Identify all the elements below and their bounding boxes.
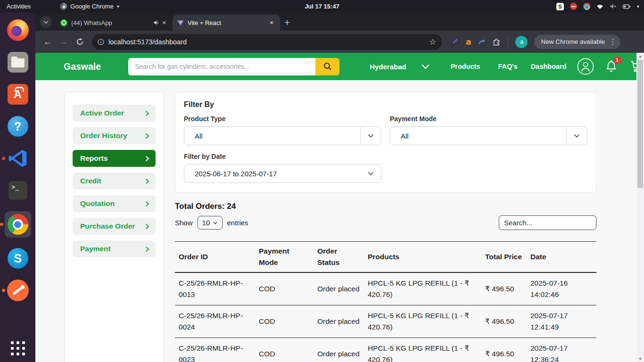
profile-avatar[interactable]: a	[515, 36, 528, 48]
forward-button[interactable]: →	[56, 34, 71, 49]
cell-total-price: ₹ 496.50	[481, 272, 527, 305]
date-filter-select[interactable]: 2025-06-17 to 2025-07-17	[184, 164, 381, 183]
chrome-tray-icon[interactable]	[583, 3, 590, 10]
nav-faq[interactable]: FAQ's	[498, 63, 518, 70]
dock-skype-icon[interactable]: S	[7, 247, 29, 270]
dock-postman-icon[interactable]	[7, 279, 29, 302]
sidebar-item-credit[interactable]: Credit	[73, 173, 156, 189]
tab-close-button[interactable]: ✕	[267, 18, 276, 27]
chrome-update-button[interactable]: New Chrome available ⋮	[534, 35, 620, 49]
sidebar-item-quotation[interactable]: Quotation	[73, 195, 156, 212]
colorpick-extension-icon[interactable]	[451, 38, 459, 46]
activities-button[interactable]: Activities	[7, 3, 31, 10]
chevron-right-icon	[145, 246, 149, 252]
extensions-puzzle-icon[interactable]	[493, 38, 501, 46]
dock-vscode-icon[interactable]	[7, 147, 29, 170]
sidebar-item-active-order[interactable]: Active Order	[73, 105, 156, 122]
battery-icon[interactable]	[623, 4, 631, 9]
do-not-disturb-icon[interactable]	[570, 3, 577, 10]
sidebar-item-purchase-order[interactable]: Purchase Order	[73, 218, 156, 235]
dashboard-content: Active Order Order History Reports Credi…	[35, 80, 636, 362]
cell-products: HPCL-5 KG LPG REFILL (1 - ₹ 420.76)	[364, 305, 481, 338]
date-filter-value: 2025-06-17 to 2025-07-17	[184, 170, 360, 178]
tab-whatsapp[interactable]: (44) WhatsApp ✕	[56, 15, 173, 31]
site-logo[interactable]: Gaswale	[64, 61, 101, 72]
arrow-extension-icon[interactable]	[478, 39, 486, 45]
payment-mode-select[interactable]: All	[390, 126, 587, 145]
cell-order-status: Order placed	[314, 305, 364, 338]
back-button[interactable]: ←	[40, 34, 55, 49]
dock-terminal-icon[interactable]: >_	[7, 179, 29, 202]
tab-close-button[interactable]: ✕	[160, 18, 168, 27]
account-icon[interactable]	[577, 58, 594, 75]
sidebar-item-payment[interactable]: Payment	[73, 240, 156, 257]
desktop: Activities Google Chrome ▾ Jul 17 15:47 …	[0, 0, 644, 362]
table-controls: Show 10 entries	[175, 215, 596, 230]
payment-mode-value: All	[390, 132, 566, 140]
url-text[interactable]: localhost:5173/dashboard	[108, 38, 425, 46]
chevron-down-icon	[360, 127, 381, 145]
cell-products: HPCL-5 KG LPG REFILL (1 - ₹ 420.76)	[364, 338, 481, 362]
site-search-input[interactable]	[128, 58, 315, 75]
cell-order-status: Order placed	[314, 338, 364, 362]
table-row: C-25/26-RMLR-HP-0024 COD Order placed HP…	[175, 305, 596, 338]
sidebar-item-label: Reports	[80, 154, 108, 163]
tab-search-button[interactable]	[40, 16, 52, 28]
dock-help-icon[interactable]: ?	[7, 115, 29, 138]
show-applications-button[interactable]	[11, 341, 25, 355]
table-search-input[interactable]	[499, 215, 596, 230]
cell-order-id: C-25/26-RMLR-HP-0023	[175, 338, 255, 362]
skype-tray-icon[interactable]: S	[556, 3, 564, 10]
sidebar-item-label: Active Order	[80, 109, 124, 117]
site-search-button[interactable]	[315, 58, 339, 75]
clock[interactable]: Jul 17 15:47	[305, 3, 339, 10]
reload-button[interactable]	[72, 34, 87, 49]
page-size-value: 10	[202, 219, 210, 227]
sidebar-item-label: Payment	[80, 245, 111, 253]
show-label: Show	[175, 219, 193, 227]
new-tab-button[interactable]: +	[284, 17, 290, 27]
amazon-extension-icon[interactable]: a	[466, 37, 471, 47]
site-info-icon[interactable]	[98, 39, 104, 45]
nav-dashboard[interactable]: Dashboard	[531, 63, 567, 70]
product-type-select[interactable]: All	[184, 126, 381, 145]
chevron-right-icon	[145, 156, 149, 162]
nav-products[interactable]: Products	[451, 63, 480, 70]
volume-muted-icon[interactable]	[610, 3, 617, 9]
tray-caret-icon[interactable]: ▾	[637, 4, 639, 9]
sidebar-item-order-history[interactable]: Order History	[73, 127, 156, 144]
tab-audio-icon[interactable]	[153, 20, 160, 25]
col-products: Products	[364, 242, 481, 273]
scrollbar-down-arrow[interactable]: ▼	[636, 355, 644, 362]
col-date: Date	[527, 242, 596, 273]
search-icon	[323, 62, 332, 71]
wifi-icon[interactable]	[596, 4, 603, 9]
sidebar-item-label: Order History	[80, 132, 127, 140]
chevron-right-icon	[145, 133, 149, 139]
cell-order-id: C-25/26-RMLR-HP-0013	[175, 272, 255, 305]
notifications-bell-icon[interactable]: 1	[605, 60, 617, 73]
dock-firefox-icon[interactable]	[7, 19, 29, 41]
scrollbar-thumb[interactable]	[637, 60, 643, 188]
dock-files-icon[interactable]	[7, 51, 29, 74]
chevron-right-icon	[145, 110, 149, 116]
address-bar[interactable]: localhost:5173/dashboard ☆	[92, 34, 442, 50]
tab-vite-react[interactable]: Vite + React ✕	[173, 15, 280, 31]
product-type-value: All	[184, 132, 360, 140]
dock-chrome-icon[interactable]	[5, 211, 31, 238]
payment-mode-field: Payment Mode All	[390, 115, 587, 145]
bookmark-star-icon[interactable]: ☆	[429, 37, 436, 46]
col-payment-mode: Payment Mode	[255, 242, 314, 273]
city-selector[interactable]: Hyderabad	[370, 63, 406, 71]
browser-menu-icon[interactable]: ⋮	[609, 38, 616, 46]
page-size-select[interactable]: 10	[198, 216, 223, 230]
filter-title: Filter By	[184, 100, 587, 109]
tab-title: (44) WhatsApp	[71, 19, 150, 26]
sidebar-item-reports[interactable]: Reports	[73, 150, 156, 167]
chevron-down-icon[interactable]	[421, 64, 429, 69]
app-menu[interactable]: Google Chrome ▾	[60, 3, 119, 10]
site-header: Gaswale Hyderabad Products FAQ's Dashboa…	[35, 53, 636, 80]
scrollbar-up-arrow[interactable]: ▲	[636, 53, 644, 59]
dock-software-center-icon[interactable]: A	[7, 83, 29, 106]
table-row: C-25/26-RMLR-HP-0023 COD Order placed HP…	[175, 338, 596, 362]
